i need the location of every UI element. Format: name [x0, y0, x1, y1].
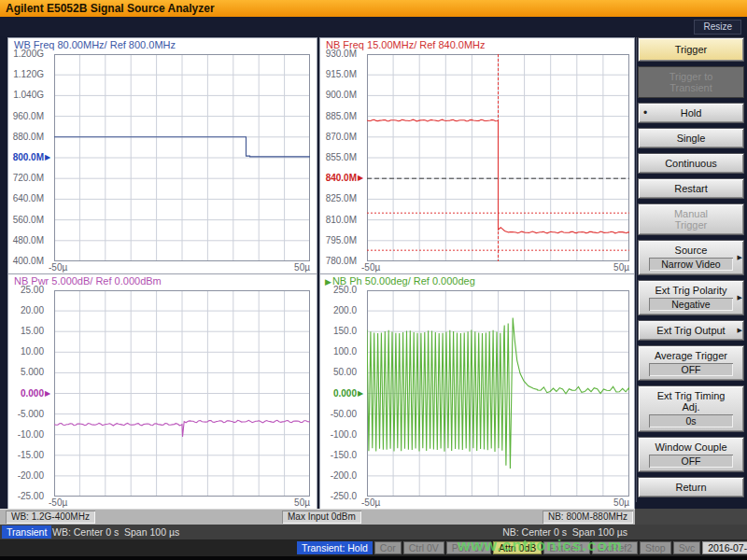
status-attn: Attn 0dB — [493, 541, 542, 554]
range-status-strip: WB: 1.2G-400MHz Max Input 0dBm NB: 800M-… — [0, 509, 635, 525]
y-tick-label: 50.00 — [322, 367, 357, 377]
chart-panel-wb-freq: WB Freq 80.00MHz/ Ref 800.0MHz (a) 1.200… — [7, 37, 317, 275]
y-tick-label: 840.0M — [322, 173, 357, 183]
status-transient-hold: Transient: Hold — [297, 541, 373, 554]
ref-marker-icon[interactable]: ▶ — [45, 388, 50, 399]
status-datetime: 2016-07-27 17:37 — [702, 541, 747, 554]
y-tick-label: 200.0 — [322, 305, 357, 315]
softkey-trigger-to-transient-label: Transient — [647, 82, 735, 93]
chart-canvas — [367, 290, 629, 497]
chart-canvas — [54, 54, 310, 261]
softkey-trigger-menu-title[interactable]: Trigger — [638, 37, 744, 62]
chart-b-plot-area — [367, 54, 629, 261]
x-axis-end-label: 50µ — [280, 262, 310, 273]
softkey-continuous[interactable]: Continuous — [638, 153, 744, 174]
window-bottom-edge — [0, 556, 747, 560]
softkey-return-label: Return — [647, 482, 735, 493]
y-tick-label: 480.0M — [10, 235, 44, 245]
softkey-window-couple-label: Window Couple — [647, 441, 735, 453]
status-stop: Stop — [640, 541, 671, 554]
softkey-average-trigger-value: OFF — [649, 363, 733, 376]
ref-marker-icon[interactable]: ▶ — [358, 388, 363, 399]
y-tick-label: 800.0M — [10, 152, 44, 162]
softkey-hold-label: Hold — [647, 107, 735, 119]
x-axis-start-label: -50µ — [361, 262, 380, 273]
y-tick-label: -200.0 — [322, 470, 357, 481]
softkey-average-trigger-label: Average Trigger — [647, 350, 735, 361]
y-tick-label: 825.0M — [322, 193, 357, 203]
y-tick-label: 640.0M — [10, 193, 44, 203]
softkey-return[interactable]: Return — [638, 477, 744, 497]
chart-c-plot-area — [54, 290, 310, 497]
chart-panel-nb-power: NB Pwr 5.000dB/ Ref 0.000dBm (c) 25.0020… — [7, 273, 317, 510]
y-tick-label: -5.000 — [10, 409, 44, 419]
y-tick-label: 960.0M — [10, 111, 44, 121]
resize-button[interactable]: Resize — [694, 20, 741, 35]
status-extref1: ExtRef1 — [543, 541, 589, 554]
softkey-window-couple[interactable]: Window CoupleOFF — [638, 437, 744, 472]
y-tick-label: -100.0 — [322, 429, 357, 440]
y-tick-label: 1.040G — [10, 90, 44, 100]
y-tick-label: 0.000 — [10, 388, 44, 399]
x-axis-end-label: 50µ — [599, 497, 629, 508]
window-title: Agilent E5052B Signal Source Analyzer — [0, 0, 747, 17]
x-axis-end-label: 50µ — [280, 497, 310, 508]
y-tick-label: 930.0M — [322, 49, 357, 59]
y-tick-label: 400.0M — [10, 256, 44, 266]
status-pow: Pow 0V — [446, 541, 491, 554]
y-tick-label: 0.000 — [322, 388, 357, 399]
status-svc: Svc — [673, 541, 701, 554]
y-tick-label: 720.0M — [10, 173, 44, 183]
nb-sweep-settings: NB: Center 0 s Span 100 µs — [502, 525, 627, 539]
wb-sweep-settings: WB: Center 0 s Span 100 µs — [52, 525, 179, 539]
softkey-source-label: Source — [647, 245, 735, 256]
y-tick-label: 10.00 — [10, 346, 44, 357]
y-tick-label: -10.00 — [10, 429, 44, 440]
chart-a-plot-area — [54, 54, 310, 261]
softkey-hold[interactable]: Hold• — [638, 103, 744, 123]
y-tick-label: 870.0M — [322, 132, 357, 142]
softkey-ext-trig-polarity[interactable]: Ext Trig PolarityNegative▶ — [638, 280, 744, 315]
selected-bullet-icon: • — [643, 106, 647, 119]
softkey-source-value: Narrow Video — [649, 258, 733, 271]
ref-marker-icon[interactable]: ▶ — [45, 152, 50, 163]
softkey-single[interactable]: Single — [638, 128, 744, 148]
softkey-restart-label: Restart — [647, 183, 735, 194]
softkey-ext-trig-output-label: Ext Trig Output — [647, 325, 735, 336]
y-tick-label: 250.0 — [322, 285, 357, 295]
softkey-manual-trigger: ManualTrigger — [638, 203, 744, 235]
submenu-arrow-icon: ▶ — [738, 254, 742, 261]
chart-canvas — [54, 290, 310, 497]
softkey-average-trigger[interactable]: Average TriggerOFF — [638, 345, 744, 381]
softkey-manual-trigger-label: Trigger — [647, 219, 735, 231]
y-tick-label: 150.0 — [322, 326, 357, 336]
softkey-window-couple-value: OFF — [649, 455, 733, 468]
softkey-single-label: Single — [647, 133, 735, 144]
softkey-restart[interactable]: Restart — [638, 178, 744, 199]
x-axis-start-label: -50µ — [361, 497, 380, 508]
status-cor: Cor — [374, 541, 402, 554]
y-tick-label: -150.0 — [322, 450, 357, 460]
softkey-menu: TriggerTrigger toTransientHold•SingleCon… — [636, 37, 745, 502]
y-tick-label: -15.00 — [10, 450, 44, 460]
softkey-trigger-to-transient: Trigger toTransient — [638, 66, 744, 98]
y-tick-label: 810.0M — [322, 215, 357, 225]
measurement-mode-badge: Transient — [2, 525, 51, 539]
sweep-status-strip: Transient WB: Center 0 s Span 100 µs NB:… — [0, 525, 747, 539]
strip-filler — [635, 509, 747, 525]
softkey-continuous-label: Continuous — [647, 158, 735, 169]
menu-strip: Resize — [0, 17, 747, 36]
softkey-ext-trig-timing-adj[interactable]: Ext Trig Timing Adj.0s — [638, 385, 744, 432]
y-tick-label: -50.00 — [322, 409, 357, 419]
softkey-ext-trig-output[interactable]: Ext Trig Output▶ — [638, 320, 744, 341]
wb-range-indicator: WB: 1.2G-400MHz — [6, 511, 95, 524]
y-tick-label: 915.0M — [322, 69, 357, 79]
status-ctrl: Ctrl 0V — [403, 541, 444, 554]
y-tick-label: -250.0 — [322, 491, 357, 501]
ref-marker-icon[interactable]: ▶ — [358, 173, 363, 184]
softkey-source[interactable]: SourceNarrow Video▶ — [638, 240, 744, 275]
chart-canvas — [367, 54, 629, 261]
y-tick-label: 1.200G — [10, 49, 44, 59]
chart-panel-nb-freq: NB Freq 15.00MHz/ Ref 840.0MHz (b) 930.0… — [319, 37, 635, 275]
submenu-arrow-icon: ▶ — [738, 327, 742, 334]
